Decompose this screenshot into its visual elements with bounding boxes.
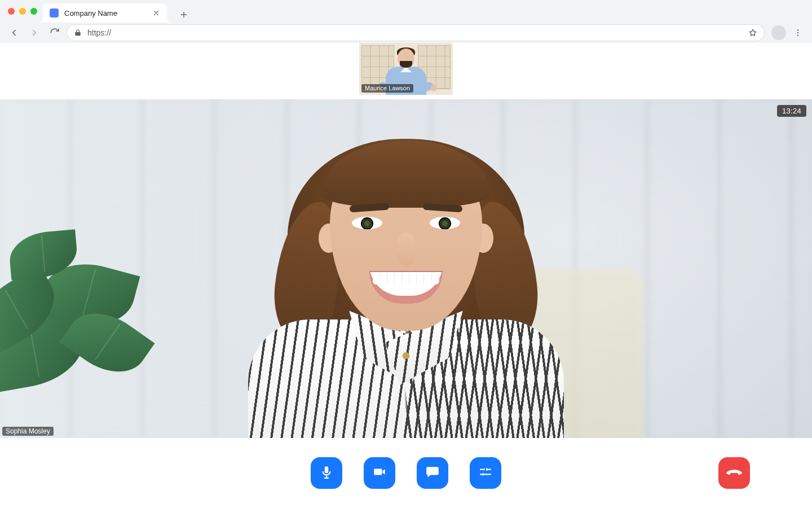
lock-icon	[74, 29, 82, 37]
main-video[interactable]: 13:24 Sophia Mosley	[0, 99, 812, 438]
window-maximize-button[interactable]	[30, 8, 37, 15]
browser-tab[interactable]: Company Name	[43, 3, 167, 23]
address-text: https://	[87, 28, 111, 37]
plant-decoration	[0, 207, 197, 421]
svg-rect-3	[326, 476, 327, 478]
nav-forward-button[interactable]	[26, 24, 43, 41]
tab-favicon	[50, 8, 59, 17]
chat-icon	[425, 465, 440, 481]
address-bar[interactable]: https://	[67, 24, 765, 41]
window-minimize-button[interactable]	[19, 8, 26, 15]
thumbnail-name-tag: Maurice Lawson	[361, 84, 413, 93]
main-participant	[192, 99, 620, 438]
end-call-button[interactable]	[718, 457, 750, 489]
tab-close-button[interactable]	[152, 9, 160, 17]
window-close-button[interactable]	[8, 8, 15, 15]
participant-thumbnail[interactable]: Maurice Lawson	[359, 43, 453, 95]
microphone-icon	[319, 465, 334, 481]
new-tab-button[interactable]	[176, 7, 192, 23]
camera-icon	[372, 465, 387, 481]
camera-button[interactable]	[364, 457, 395, 489]
chat-button[interactable]	[417, 457, 448, 489]
call-controls	[0, 438, 812, 508]
equalizer-icon	[478, 465, 493, 481]
mic-button[interactable]	[311, 457, 342, 489]
profile-avatar-button[interactable]	[771, 25, 786, 40]
call-timer: 13:24	[777, 105, 806, 117]
main-name-tag: Sophia Mosley	[2, 427, 54, 436]
bookmark-star-button[interactable]	[748, 28, 757, 37]
participant-thumbnails: Maurice Lawson	[0, 43, 812, 99]
nav-reload-button[interactable]	[46, 24, 63, 41]
tab-title: Company Name	[64, 9, 117, 17]
app-area: Maurice Lawson	[0, 43, 812, 508]
nav-back-button[interactable]	[6, 24, 23, 41]
browser-menu-button[interactable]	[789, 24, 806, 41]
browser-toolbar: https://	[0, 23, 812, 43]
svg-point-2	[797, 34, 798, 36]
settings-button[interactable]	[470, 457, 501, 489]
tab-strip: Company Name	[0, 0, 812, 23]
svg-rect-4	[324, 478, 329, 479]
phone-hangup-icon	[726, 463, 743, 483]
svg-point-0	[797, 29, 798, 30]
svg-point-1	[797, 32, 798, 33]
